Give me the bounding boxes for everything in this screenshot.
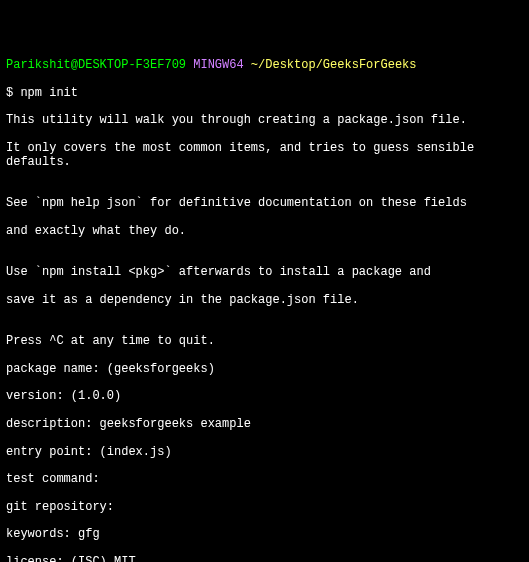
prompt-qa[interactable]: description: geeksforgeeks example <box>6 418 523 432</box>
prompt-user: Parikshit@DESKTOP-F3EF709 <box>6 58 186 72</box>
output-text: and exactly what they do. <box>6 225 523 239</box>
output-text: It only covers the most common items, an… <box>6 142 523 170</box>
prompt-qa[interactable]: package name: (geeksforgeeks) <box>6 363 523 377</box>
output-text: This utility will walk you through creat… <box>6 114 523 128</box>
prompt-qa[interactable]: version: (1.0.0) <box>6 390 523 404</box>
output-text: save it as a dependency in the package.j… <box>6 294 523 308</box>
prompt-qa[interactable]: test command: <box>6 473 523 487</box>
prompt-qa[interactable]: entry point: (index.js) <box>6 446 523 460</box>
prompt-line-1: Parikshit@DESKTOP-F3EF709 MINGW64 ~/Desk… <box>6 59 523 73</box>
prompt-qa[interactable]: keywords: gfg <box>6 528 523 542</box>
output-text: See `npm help json` for definitive docum… <box>6 197 523 211</box>
prompt-qa[interactable]: license: (ISC) MIT <box>6 556 523 562</box>
prompt-env: MINGW64 <box>193 58 243 72</box>
prompt-path: ~/Desktop/GeeksForGeeks <box>251 58 417 72</box>
command-input[interactable]: $ npm init <box>6 87 523 101</box>
output-text: Use `npm install <pkg>` afterwards to in… <box>6 266 523 280</box>
output-text: Press ^C at any time to quit. <box>6 335 523 349</box>
prompt-qa[interactable]: git repository: <box>6 501 523 515</box>
